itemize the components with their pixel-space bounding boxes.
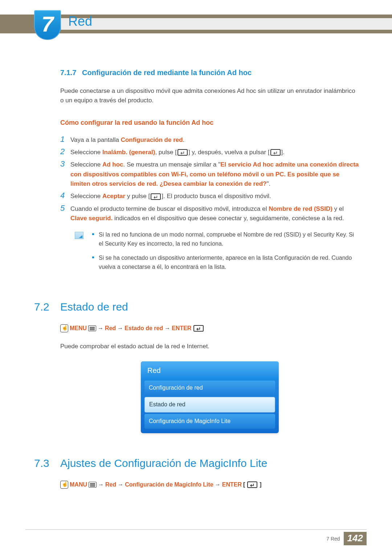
- section-title: Ajustes de Configuración de MagicInfo Li…: [60, 455, 267, 472]
- menu-icon: [88, 325, 96, 331]
- remote-icon: [60, 481, 68, 489]
- remote-icon: [60, 324, 68, 332]
- note-item: Si se ha conectado un dispositivo anteri…: [92, 254, 359, 272]
- enter-icon: [193, 325, 204, 332]
- chapter-title: Red: [68, 14, 92, 29]
- footer-page-number: 142: [344, 532, 367, 545]
- note-item: Si la red no funciona de un modo normal,…: [92, 230, 359, 249]
- step-body: Vaya a la pantalla Configuración de red.: [70, 135, 359, 145]
- section-number: 7.2: [34, 299, 60, 316]
- note-block: Si la red no funciona de un modo normal,…: [75, 230, 359, 276]
- step-4: 4 Seleccione Aceptar y pulse []. El prod…: [60, 191, 359, 201]
- osd-menu-item[interactable]: Configuración de red: [144, 381, 275, 395]
- osd-menu-item[interactable]: Configuración de MagicInfo Lite: [144, 414, 275, 429]
- subsection-heading: 7.1.7 Configuración de red mediante la f…: [60, 67, 359, 78]
- step-1: 1 Vaya a la pantalla Configuración de re…: [60, 135, 359, 145]
- step-body: Seleccione Aceptar y pulse []. El produc…: [70, 191, 359, 201]
- enter-icon: [270, 149, 281, 156]
- step-body: Seleccione Ad hoc. Se muestra un mensaje…: [70, 159, 359, 189]
- page-content: 7.1.7 Configuración de red mediante la f…: [60, 67, 359, 498]
- osd-menu-header: Red: [141, 361, 279, 381]
- chapter-badge: 7: [34, 10, 61, 40]
- note-list: Si la red no funciona de un modo normal,…: [92, 230, 359, 276]
- enter-icon: [151, 193, 161, 200]
- enter-icon: [177, 149, 188, 156]
- menu-path: MANU → Red → Configuración de MagicInfo …: [60, 480, 359, 489]
- step-number: 5: [60, 204, 70, 223]
- step-number: 1: [60, 135, 70, 145]
- enter-icon: [247, 481, 257, 488]
- subsection-number: 7.1.7: [60, 69, 76, 77]
- step-body: Seleccione Inalámb. (general), pulse [] …: [70, 147, 359, 157]
- chapter-number: 7: [34, 10, 61, 40]
- note-icon: [75, 232, 83, 239]
- step-5: 5 Cuando el producto termine de buscar e…: [60, 204, 359, 223]
- intro-paragraph: Puede conectarse a un dispositivo móvil …: [60, 86, 359, 106]
- section-heading: 7.2 Estado de red: [34, 299, 359, 316]
- step-3: 3 Seleccione Ad hoc. Se muestra un mensa…: [60, 159, 359, 189]
- section-title: Estado de red: [60, 299, 128, 316]
- header-bar-inner: [61, 18, 392, 30]
- step-body: Cuando el producto termine de buscar el …: [70, 204, 359, 223]
- footer-chapter: 7 Red: [326, 536, 340, 542]
- section-heading: 7.3 Ajustes de Configuración de MagicInf…: [34, 455, 359, 472]
- step-number: 4: [60, 191, 70, 201]
- section-number: 7.3: [34, 455, 60, 472]
- howto-heading: Cómo configurar la red usando la función…: [60, 118, 359, 128]
- step-2: 2 Seleccione Inalámb. (general), pulse […: [60, 147, 359, 157]
- step-number: 3: [60, 159, 70, 189]
- menu-icon: [89, 482, 97, 488]
- step-number: 2: [60, 147, 70, 157]
- menu-path: MENU → Red → Estado de red → ENTER: [60, 324, 359, 333]
- section-desc: Puede comprobar el estado actual de la r…: [60, 342, 359, 351]
- subsection-title: Configuración de red mediante la función…: [82, 69, 252, 77]
- page-footer: 7 Red 142: [25, 529, 367, 544]
- osd-menu: Red Configuración de red Estado de red C…: [141, 361, 279, 433]
- osd-menu-item-selected[interactable]: Estado de red: [144, 397, 275, 413]
